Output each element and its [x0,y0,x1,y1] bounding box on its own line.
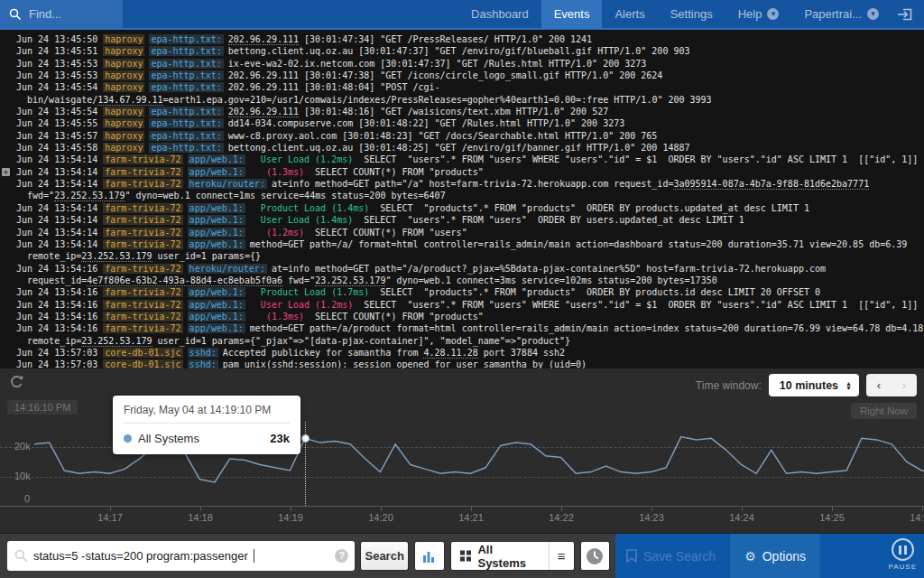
log-link[interactable]: 23.252.53.179 [81,251,152,262]
log-line[interactable]: Jun 24 13:54:14farm-trivia-72app/web.1: … [16,214,924,226]
log-line[interactable]: Jun 24 13:45:51haproxyepa-http.txt:betto… [16,45,924,57]
log-program[interactable]: app/web.1: [188,312,245,322]
log-sender[interactable]: haproxy [103,82,144,92]
log-sender[interactable]: haproxy [103,131,144,141]
log-program[interactable]: epa-http.txt: [149,46,223,56]
log-line[interactable]: bin/waisgate/134.67.99.11=earth1.epa.gov… [16,94,924,106]
log-sender[interactable]: farm-trivia-72 [103,179,182,189]
log-link[interactable]: 23.252.53.179 [81,336,152,347]
event-volume-chart[interactable]: Time window: 10 minutes ▲▼ ‹ › Right Now… [0,368,924,533]
log-line[interactable]: +Jun 24 13:54:14farm-trivia-72app/web.1:… [16,166,924,178]
log-program[interactable]: sshd: [188,359,218,368]
log-line[interactable]: Jun 24 13:57:03core-db-01.sjcsshd:Accept… [16,347,924,359]
log-line[interactable]: Jun 24 13:54:14farm-trivia-72app/web.1: … [16,227,924,238]
log-program[interactable]: app/web.1: [188,154,245,164]
query-input[interactable]: status=5 -status=200 program:passenger ? [7,541,355,571]
log-line[interactable]: Jun 24 13:45:54haproxyepa-http.txt:202.9… [16,81,924,93]
log-sender[interactable]: farm-trivia-72 [103,239,182,249]
query-help-icon[interactable]: ? [335,549,348,563]
log-line[interactable]: Jun 24 13:54:14farm-trivia-72app/web.1: … [16,202,924,214]
log-sender[interactable]: haproxy [103,70,144,80]
log-link[interactable]: 4.28.11.28 [423,348,477,359]
nav-alerts[interactable]: Alerts [602,0,657,28]
log-line[interactable]: Jun 24 13:45:58haproxyepa-http.txt:betto… [16,142,924,154]
nav-settings[interactable]: Settings [658,0,725,28]
log-line[interactable]: Jun 24 13:54:14farm-trivia-72heroku/rout… [16,178,924,190]
log-line[interactable]: remote_ip=23.252.53.179 user_id=1 params… [16,335,924,347]
log-sender[interactable]: haproxy [103,107,144,117]
log-line[interactable]: Jun 24 13:45:54haproxyepa-http.txt:202.9… [16,106,924,117]
log-sender[interactable]: haproxy [103,34,144,44]
log-line[interactable]: Jun 24 13:54:16farm-trivia-72app/web.1: … [16,299,924,311]
log-program[interactable]: epa-http.txt: [149,118,223,128]
log-program[interactable]: heroku/router: [188,264,267,274]
options-button[interactable]: ⚙ Options [730,534,820,578]
log-program[interactable]: epa-http.txt: [149,107,223,117]
log-link[interactable]: 4e7f806e-63b2-493a-88d4-ec8ebab5f0a6 [87,275,282,286]
nav-dashboard[interactable]: Dashboard [458,0,541,28]
log-line[interactable]: remote_ip=23.252.53.179 user_id=1 params… [16,250,924,262]
log-line[interactable]: Jun 24 13:54:14farm-trivia-72app/web.1: … [16,154,924,165]
log-line[interactable]: Jun 24 13:54:16farm-trivia-72app/web.1:m… [16,322,924,334]
log-line[interactable]: Jun 24 13:45:55haproxyepa-http.txt:dd14-… [16,117,924,129]
log-link[interactable]: 3a095914-087a-4b7a-9f88-81d6e2ba7771 [673,179,869,190]
log-program[interactable]: app/web.1: [188,287,245,297]
logout-button[interactable] [892,0,924,28]
log-viewer[interactable]: Jun 24 13:45:50haproxyepa-http.txt:202.9… [0,30,924,368]
log-program[interactable]: app/web.1: [188,215,245,225]
log-sender[interactable]: haproxy [103,118,144,128]
log-line[interactable]: Jun 24 13:54:16farm-trivia-72app/web.1: … [16,286,924,298]
nav-help[interactable]: Help▾ [725,0,792,28]
log-line[interactable]: Jun 24 13:45:50haproxyepa-http.txt:202.9… [16,33,924,45]
log-sender[interactable]: core-db-01.sjc [103,359,182,368]
nav-events[interactable]: Events [541,0,603,28]
log-program[interactable]: epa-http.txt: [149,143,223,153]
log-sender[interactable]: farm-trivia-72 [103,228,182,238]
search-button[interactable]: Search [360,541,409,571]
log-program[interactable]: sshd: [188,348,218,358]
log-sender[interactable]: core-db-01.sjc [103,348,182,358]
log-sender[interactable]: farm-trivia-72 [103,215,182,225]
nav-papertrail-menu[interactable]: Papertrai...▾ [791,0,892,28]
log-link[interactable]: 134.67.99.11 [97,95,162,106]
log-sender[interactable]: farm-trivia-72 [103,154,182,164]
log-sender[interactable]: farm-trivia-72 [103,312,182,322]
log-program[interactable]: app/web.1: [188,167,245,177]
log-program[interactable]: app/web.1: [188,228,245,238]
log-line[interactable]: fwd="23.252.53.179" dyno=web.1 connect=1… [16,190,924,201]
log-line[interactable]: Jun 24 13:45:57haproxyepa-http.txt:www-c… [16,130,924,142]
log-sender[interactable]: farm-trivia-72 [103,167,182,177]
log-program[interactable]: epa-http.txt: [149,131,223,141]
log-sender[interactable]: haproxy [103,46,144,56]
log-sender[interactable]: farm-trivia-72 [103,203,182,213]
histogram-button[interactable] [414,541,445,571]
log-sender[interactable]: farm-trivia-72 [103,323,182,333]
expand-context-icon[interactable]: + [2,168,10,176]
log-sender[interactable]: haproxy [103,59,144,69]
log-line[interactable]: Jun 24 13:54:16farm-trivia-72heroku/rout… [16,263,924,275]
log-line[interactable]: Jun 24 13:54:14farm-trivia-72app/web.1:m… [16,238,924,250]
log-link[interactable]: 23.252.53.179 [54,191,125,201]
log-link[interactable]: 23.252.53.179 [315,275,385,286]
log-sender[interactable]: farm-trivia-72 [103,287,182,297]
log-line[interactable]: Jun 24 13:54:16farm-trivia-72app/web.1: … [16,311,924,322]
time-jump-button[interactable] [580,541,611,571]
log-link[interactable]: 202.96.29.111 [228,34,299,45]
log-program[interactable]: epa-http.txt: [149,34,223,44]
pause-button[interactable]: PAUSE [888,538,917,571]
log-program[interactable]: epa-http.txt: [149,70,223,80]
log-sender[interactable]: farm-trivia-72 [103,300,182,310]
log-program[interactable]: epa-http.txt: [149,59,223,69]
log-program[interactable]: epa-http.txt: [149,82,223,92]
find-input[interactable]: Find... [0,0,123,28]
systems-list-button[interactable]: ≡ [549,542,574,570]
log-sender[interactable]: haproxy [103,143,144,153]
log-line[interactable]: Jun 24 13:45:53haproxyepa-http.txt:202.9… [16,70,924,81]
log-program[interactable]: app/web.1: [188,300,245,310]
log-line[interactable]: request_id=4e7f806e-63b2-493a-88d4-ec8eb… [16,275,924,286]
log-link[interactable]: 202.96.29.111 [228,107,299,117]
log-program[interactable]: app/web.1: [188,203,245,213]
save-search-button[interactable]: Save Search [615,534,730,578]
log-sender[interactable]: farm-trivia-72 [103,264,182,274]
log-program[interactable]: app/web.1: [188,239,245,249]
